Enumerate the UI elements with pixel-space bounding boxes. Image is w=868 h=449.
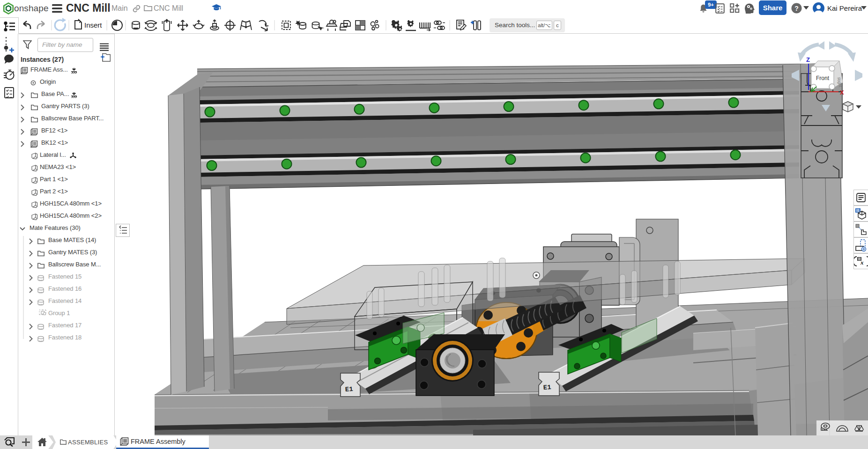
svg-text:Insert: Insert bbox=[84, 21, 102, 29]
svg-text:?: ? bbox=[794, 5, 799, 12]
svg-text:Z: Z bbox=[806, 56, 810, 63]
svg-text:Front: Front bbox=[816, 75, 830, 81]
svg-text:X: X bbox=[840, 89, 844, 96]
svg-text:E1: E1 bbox=[543, 383, 551, 391]
svg-text:E1: E1 bbox=[345, 385, 353, 393]
svg-text:x: x bbox=[860, 259, 864, 266]
